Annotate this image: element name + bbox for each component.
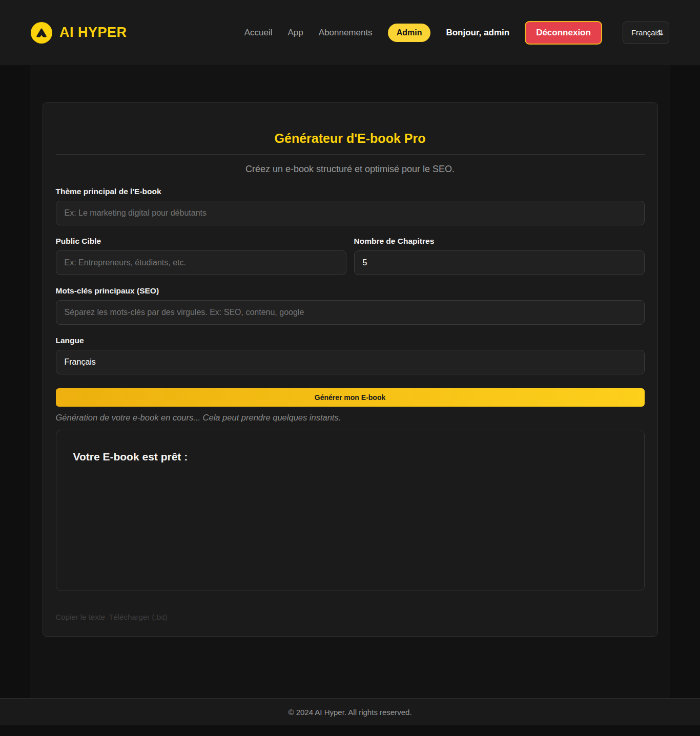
- audience-field-group: Public Cible: [56, 237, 346, 275]
- title-divider: [56, 154, 645, 155]
- page-title: Générateur d'E-book Pro: [56, 131, 645, 146]
- language-field-value: Français: [65, 358, 96, 367]
- chapters-input[interactable]: [354, 250, 645, 275]
- select-arrows-icon: ⇅: [657, 28, 664, 37]
- theme-input[interactable]: [56, 201, 645, 225]
- keywords-input[interactable]: [56, 300, 645, 325]
- user-greeting: Bonjour, admin: [446, 28, 509, 38]
- page-subtitle: Créez un e-book structuré et optimisé po…: [56, 164, 645, 175]
- nav-link-abonnements[interactable]: Abonnements: [319, 28, 373, 38]
- copy-text-button[interactable]: Copier le texte: [56, 613, 106, 621]
- nav-link-app[interactable]: App: [287, 28, 303, 38]
- keywords-field-group: Mots-clés principaux (SEO): [56, 286, 645, 325]
- result-box: Votre E-book est prêt :: [56, 430, 645, 591]
- download-txt-button[interactable]: Télécharger (.txt): [109, 613, 167, 621]
- audience-chapters-row: Public Cible Nombre de Chapitres: [56, 237, 645, 286]
- logout-button[interactable]: Déconnexion: [525, 21, 602, 45]
- audience-label: Public Cible: [56, 237, 346, 246]
- theme-label: Thème principal de l'E-book: [56, 187, 645, 196]
- main-nav: Accueil App Abonnements Admin Bonjour, a…: [244, 21, 669, 45]
- ebook-generator-card: Générateur d'E-book Pro Créez un e-book …: [43, 102, 658, 637]
- chapters-field-group: Nombre de Chapitres: [354, 237, 645, 275]
- keywords-label: Mots-clés principaux (SEO): [56, 286, 645, 296]
- generate-ebook-button[interactable]: Générer mon E-book: [56, 388, 645, 407]
- brand-logo[interactable]: AI HYPER: [31, 22, 127, 44]
- main-content: Générateur d'E-book Pro Créez un e-book …: [30, 65, 670, 698]
- admin-badge[interactable]: Admin: [388, 24, 431, 42]
- result-heading: Votre E-book est prêt :: [73, 451, 631, 463]
- theme-field-group: Thème principal de l'E-book: [56, 187, 645, 225]
- language-field-group: Langue Français: [56, 336, 645, 374]
- chapters-label: Nombre de Chapitres: [354, 237, 645, 246]
- language-select-value: Français: [631, 28, 661, 37]
- nav-link-accueil[interactable]: Accueil: [244, 28, 273, 38]
- audience-input[interactable]: [56, 250, 346, 275]
- language-select[interactable]: Français ⇅: [623, 22, 669, 44]
- footer: © 2024 AI Hyper. All rights reserved.: [0, 698, 700, 725]
- brand-arrow-icon: [31, 22, 52, 44]
- language-label: Langue: [56, 336, 645, 345]
- generation-status-text: Génération de votre e-book en cours... C…: [56, 413, 645, 423]
- header: AI HYPER Accueil App Abonnements Admin B…: [0, 0, 700, 65]
- brand-name: AI HYPER: [59, 25, 127, 40]
- language-field-select[interactable]: Français: [56, 350, 645, 374]
- result-actions: Copier le texte Télécharger (.txt): [56, 613, 645, 621]
- copyright-text: © 2024 AI Hyper. All rights reserved.: [288, 708, 411, 717]
